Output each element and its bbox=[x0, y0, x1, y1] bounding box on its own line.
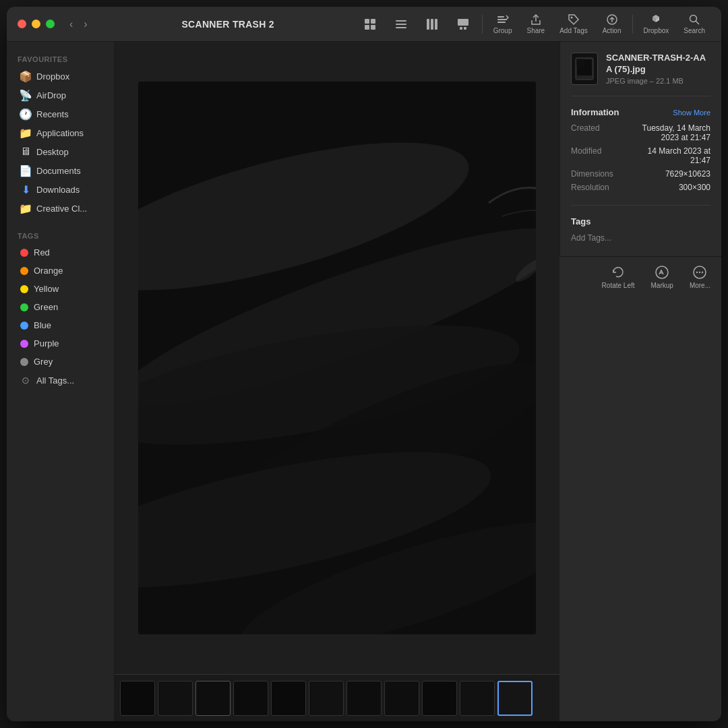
sidebar-item-dropbox[interactable]: 📦 Dropbox bbox=[9, 67, 111, 85]
thumbnail-item[interactable] bbox=[158, 681, 193, 716]
markup-label: Markup bbox=[651, 282, 673, 289]
sidebar-item-recents[interactable]: 🕐 Recents bbox=[9, 105, 111, 123]
share-label: Share bbox=[527, 27, 545, 34]
sidebar-item-airdrop[interactable]: 📡 AirDrop bbox=[9, 86, 111, 104]
sidebar-tag-orange[interactable]: Orange bbox=[9, 262, 111, 279]
dropbox-icon bbox=[650, 13, 662, 26]
svg-rect-10 bbox=[458, 19, 468, 26]
thumbnail-item[interactable] bbox=[195, 681, 231, 716]
back-button[interactable]: ‹ bbox=[65, 16, 77, 33]
search-label: Search bbox=[684, 27, 705, 34]
svg-rect-4 bbox=[396, 20, 406, 22]
sidebar-tag-green[interactable]: Green bbox=[9, 299, 111, 315]
tags-section-title: Tags bbox=[7, 226, 114, 243]
sidebar-tag-red[interactable]: Red bbox=[9, 244, 111, 261]
downloads-icon: ⬇ bbox=[20, 184, 31, 195]
thumbnail-item[interactable] bbox=[233, 681, 268, 716]
orange-tag-dot bbox=[20, 267, 28, 275]
blue-tag-dot bbox=[20, 322, 28, 330]
add-tags-field[interactable]: Add Tags... bbox=[571, 231, 710, 245]
markup-button[interactable]: Markup bbox=[651, 265, 673, 289]
dimensions-value: 7629×10623 bbox=[665, 169, 710, 179]
thumbnail-item[interactable] bbox=[422, 681, 457, 716]
share-button[interactable]: Share bbox=[522, 11, 551, 37]
thumbnail-item[interactable] bbox=[460, 681, 495, 716]
svg-rect-14 bbox=[497, 19, 507, 20]
dropbox-button[interactable]: Dropbox bbox=[638, 11, 675, 37]
file-type: JPEG image – 22.1 MB bbox=[606, 77, 710, 85]
svg-rect-13 bbox=[497, 16, 504, 18]
list-icon bbox=[395, 18, 407, 30]
red-tag-dot bbox=[20, 249, 28, 257]
airdrop-icon: 📡 bbox=[20, 90, 31, 100]
sidebar-tag-label: Purple bbox=[34, 338, 59, 348]
grid-icon bbox=[364, 18, 376, 30]
svg-point-35 bbox=[696, 271, 698, 272]
svg-rect-32 bbox=[576, 59, 584, 67]
thumbnail-item[interactable] bbox=[346, 681, 382, 716]
thumbnail-item[interactable] bbox=[309, 681, 344, 716]
dimensions-label: Dimensions bbox=[571, 169, 625, 179]
modified-row: Modified 14 March 2023 at 21:47 bbox=[571, 144, 710, 167]
sidebar-item-downloads[interactable]: ⬇ Downloads bbox=[9, 181, 111, 198]
rotate-label: Rotate Left bbox=[602, 282, 635, 289]
sidebar-tag-purple[interactable]: Purple bbox=[9, 335, 111, 352]
purple-tag-dot bbox=[20, 340, 28, 348]
preview-area[interactable] bbox=[115, 42, 559, 674]
jpeg-file-icon bbox=[575, 57, 594, 80]
group-button[interactable]: Group bbox=[488, 11, 518, 37]
thumbnail-item[interactable] bbox=[384, 681, 419, 716]
action-icon bbox=[606, 13, 618, 26]
sidebar-item-label: Dropbox bbox=[36, 71, 69, 82]
image-canvas bbox=[138, 82, 536, 634]
svg-point-37 bbox=[702, 271, 703, 272]
right-side: SCANNER-TRASH-2-AAA (75).jpg JPEG image … bbox=[559, 42, 721, 721]
resolution-value: 300×300 bbox=[679, 183, 710, 192]
close-button[interactable] bbox=[18, 20, 26, 28]
tags-section-title: Tags bbox=[571, 216, 710, 226]
created-row: Created Tuesday, 14 March 2023 at 21:47 bbox=[571, 121, 710, 144]
thumbnail-strip bbox=[115, 674, 559, 721]
sidebar-tag-grey[interactable]: Grey bbox=[9, 353, 111, 370]
svg-rect-2 bbox=[365, 25, 369, 30]
sidebar-tag-blue[interactable]: Blue bbox=[9, 317, 111, 334]
sidebar-item-desktop[interactable]: 🖥 Desktop bbox=[9, 143, 111, 160]
sidebar-item-applications[interactable]: 📁 Applications bbox=[9, 124, 111, 142]
dropbox-label: Dropbox bbox=[644, 27, 669, 34]
more-button[interactable]: More... bbox=[690, 265, 710, 289]
show-more-link[interactable]: Show More bbox=[673, 109, 710, 117]
group-label: Group bbox=[493, 27, 512, 34]
maximize-button[interactable] bbox=[46, 20, 55, 28]
gallery-icon bbox=[457, 18, 469, 30]
sidebar-item-documents[interactable]: 📄 Documents bbox=[9, 162, 111, 179]
thumbnail-item-selected[interactable] bbox=[497, 681, 533, 716]
column-view-button[interactable] bbox=[419, 16, 446, 33]
image-svg bbox=[138, 82, 536, 634]
creative-icon: 📁 bbox=[20, 203, 31, 214]
dimensions-row: Dimensions 7629×10623 bbox=[571, 167, 710, 181]
thumbnail-item[interactable] bbox=[271, 681, 306, 716]
gallery-view-button[interactable] bbox=[450, 16, 477, 33]
search-button[interactable]: Search bbox=[678, 11, 710, 37]
nav-buttons: ‹ › bbox=[65, 16, 92, 33]
sidebar-all-tags[interactable]: ⊙ All Tags... bbox=[9, 371, 111, 389]
add-tags-label: Add Tags bbox=[559, 27, 588, 34]
thumbnail-item[interactable] bbox=[120, 681, 155, 716]
svg-point-36 bbox=[699, 271, 700, 272]
minimize-button[interactable] bbox=[32, 20, 40, 28]
more-icon bbox=[692, 265, 707, 280]
list-view-button[interactable] bbox=[388, 16, 415, 33]
action-button[interactable]: Action bbox=[597, 11, 627, 37]
add-tags-button[interactable]: Add Tags bbox=[554, 11, 593, 37]
rotate-left-button[interactable]: Rotate Left bbox=[602, 265, 635, 289]
forward-button[interactable]: › bbox=[80, 16, 91, 33]
tag-icon bbox=[568, 13, 580, 26]
sidebar-tag-yellow[interactable]: Yellow bbox=[9, 280, 111, 297]
view-icon-button[interactable] bbox=[357, 16, 384, 33]
sidebar-item-creative[interactable]: 📁 Creative Cl... bbox=[9, 200, 111, 217]
modified-value: 14 March 2023 at 21:47 bbox=[630, 146, 710, 165]
info-section-header: Information Show More bbox=[571, 107, 710, 117]
svg-point-16 bbox=[570, 17, 572, 19]
toolbar: Group Share Add Tags bbox=[357, 11, 710, 37]
created-value: Tuesday, 14 March 2023 at 21:47 bbox=[630, 123, 710, 142]
